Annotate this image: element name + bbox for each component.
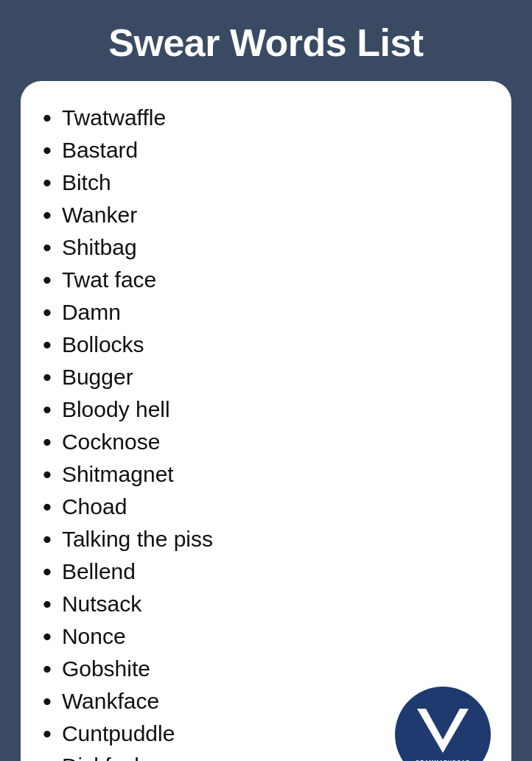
list-item: Choad [43,491,489,523]
list-item: Damn [43,296,489,329]
logo-container: GRAMMARVOCAB [395,687,491,761]
list-item: Twatwaffle [43,102,489,134]
list-item: Cocknose [43,426,489,458]
list-item: Gobshite [43,653,489,685]
list-item: Bastard [43,134,489,166]
list-item: Bloody hell [43,393,489,426]
list-item: Nonce [43,620,489,653]
list-item: Bugger [43,361,489,393]
list-item: Bollocks [43,329,489,361]
list-item: Bitch [43,166,489,199]
list-container: TwatwaffleBastardBitchWankerShitbagTwat … [21,81,511,761]
list-item: Bellend [43,555,489,588]
list-item: Talking the piss [43,523,489,555]
logo-circle: GRAMMARVOCAB [395,687,491,761]
page-title: Swear Words List [0,0,532,81]
word-list: TwatwaffleBastardBitchWankerShitbagTwat … [43,102,489,761]
list-item: Shitmagnet [43,458,489,491]
logo-v-icon [410,701,476,761]
list-item: Nutsack [43,588,489,620]
list-item: Twat face [43,264,489,296]
list-item: Wanker [43,199,489,231]
list-item: Shitbag [43,231,489,264]
